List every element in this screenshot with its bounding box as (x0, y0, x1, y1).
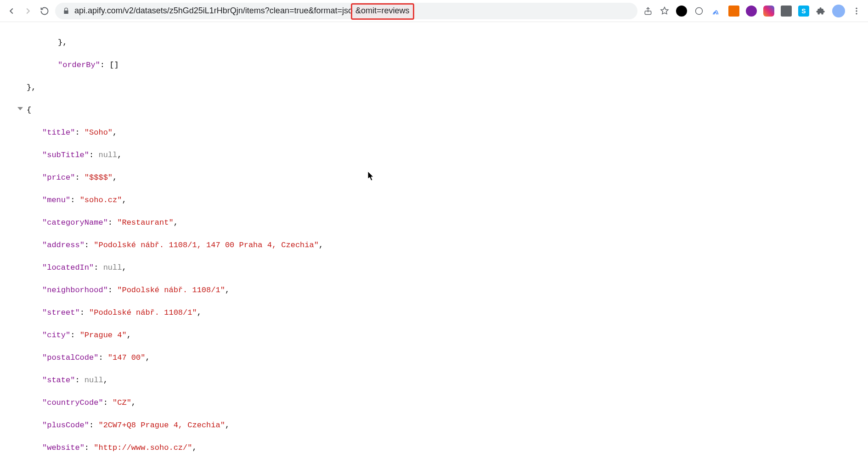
url-text: api.apify.com/v2/datasets/z5hGd25iL1rHbr… (74, 6, 412, 16)
profile-avatar[interactable] (832, 5, 845, 17)
extensions-puzzle-icon[interactable] (816, 6, 826, 16)
forward-button[interactable] (23, 6, 33, 16)
json-line: "menu": "soho.cz", (27, 195, 868, 206)
json-line: "categoryName": "Restaurant", (27, 217, 868, 229)
json-line: "state": null, (27, 375, 868, 386)
json-line: "postalCode": "147 00", (27, 352, 868, 364)
mouse-cursor-icon (349, 160, 356, 170)
lock-icon (62, 7, 70, 15)
json-line: }, (27, 82, 868, 94)
collapse-toggle-icon[interactable] (17, 107, 23, 110)
extension-icon-2[interactable] (693, 6, 705, 17)
json-line: "website": "http://www.soho.cz/", (27, 442, 868, 454)
share-icon[interactable] (643, 6, 653, 16)
bookmark-star-icon[interactable] (659, 6, 670, 16)
json-line: "locatedIn": null, (27, 262, 868, 274)
extension-icon-1[interactable] (676, 6, 687, 17)
json-object-start: { (27, 105, 868, 116)
nav-buttons (6, 6, 50, 16)
svg-point-4 (856, 13, 857, 14)
svg-point-1 (696, 7, 703, 14)
extension-icon-6[interactable] (763, 6, 774, 17)
json-line: }, (27, 37, 868, 49)
browser-menu-icon[interactable] (851, 6, 862, 16)
extension-icon-8[interactable]: S (798, 6, 809, 17)
json-line: "street": "Podolské nábř. 1108/1", (27, 307, 868, 319)
json-viewer: }, "orderBy": [] }, { "title": "Soho", "… (0, 22, 868, 459)
url-highlighted-param: &omit=reviews (353, 6, 412, 16)
json-line: "neighborhood": "Podolské nábř. 1108/1", (27, 285, 868, 296)
extension-icon-3[interactable] (711, 6, 722, 17)
browser-toolbar: api.apify.com/v2/datasets/z5hGd25iL1rHbr… (0, 0, 868, 22)
json-line: "orderBy": [] (27, 60, 868, 71)
json-line: "title": "Soho", (27, 127, 868, 139)
extension-icon-4[interactable] (728, 6, 739, 17)
svg-point-3 (856, 10, 857, 11)
json-line: "countryCode": "CZ", (27, 397, 868, 409)
back-button[interactable] (6, 6, 17, 16)
extension-icon-7[interactable] (781, 6, 792, 17)
address-bar[interactable]: api.apify.com/v2/datasets/z5hGd25iL1rHbr… (55, 3, 637, 19)
json-line: "address": "Podolské nábř. 1108/1, 147 0… (27, 240, 868, 251)
toolbar-right-icons: S (643, 5, 862, 17)
extension-icon-5[interactable] (746, 6, 757, 17)
url-base: api.apify.com/v2/datasets/z5hGd25iL1rHbr… (74, 6, 353, 16)
json-line: "city": "Prague 4", (27, 330, 868, 341)
svg-point-2 (856, 7, 857, 9)
reload-button[interactable] (39, 6, 50, 16)
json-line: "subTitle": null, (27, 150, 868, 161)
json-line: "plusCode": "2CW7+Q8 Prague 4, Czechia", (27, 420, 868, 431)
json-line: "price": "$$$$", (27, 172, 868, 184)
